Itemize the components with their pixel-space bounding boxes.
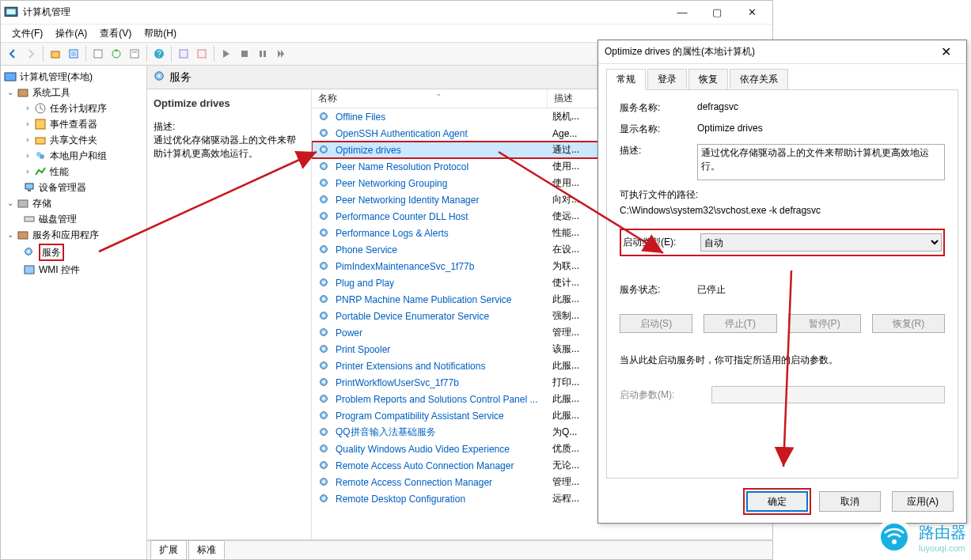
- gear-icon: [23, 246, 36, 259]
- value-description[interactable]: 通过优化存储驱动器上的文件来帮助计算机更高效地运行。: [697, 144, 945, 180]
- svg-rect-19: [36, 119, 45, 129]
- help-button[interactable]: ?: [150, 45, 168, 62]
- watermark: 路由器 luyouqi.com: [876, 519, 966, 555]
- service-name: PrintWorkflowUserSvc_1f77b: [336, 377, 552, 388]
- service-name: QQ拼音输入法基础服务: [336, 426, 552, 439]
- tb-extra2[interactable]: [193, 45, 211, 62]
- service-name: Remote Desktop Configuration: [336, 494, 552, 505]
- refresh-button[interactable]: [108, 45, 125, 62]
- tree-task-scheduler[interactable]: ›任务计划程序: [2, 100, 145, 116]
- tab-recovery[interactable]: 恢复: [688, 69, 728, 90]
- tree-device-manager[interactable]: 设备管理器: [2, 180, 145, 195]
- label-startup-type: 启动类型(E):: [623, 236, 700, 249]
- gear-icon: [318, 194, 331, 206]
- up-button[interactable]: [47, 45, 64, 62]
- svg-rect-24: [28, 190, 31, 191]
- service-detail-pane: Optimize drives 描述: 通过优化存储驱动器上的文件来帮助计算机更…: [147, 89, 311, 539]
- svg-rect-20: [36, 138, 45, 144]
- menu-view[interactable]: 查看(V): [93, 25, 138, 42]
- svg-point-84: [881, 524, 908, 551]
- dialog-titlebar: Optimize drives 的属性(本地计算机) ✕: [598, 40, 966, 64]
- dialog-tabs: 常规 登录 恢复 依存关系: [598, 64, 966, 90]
- gear-icon: [318, 127, 331, 140]
- value-service-state: 已停止: [697, 283, 726, 297]
- close-button[interactable]: ✕: [734, 2, 769, 24]
- apply-button[interactable]: 应用(A): [892, 491, 954, 512]
- tree-services-apps[interactable]: ⌄服务和应用程序: [2, 227, 145, 243]
- navigation-tree[interactable]: 计算机管理(本地) ⌄系统工具 ›任务计划程序 ›事件查看器 ›共享文件夹 ›本…: [1, 66, 147, 559]
- tree-shared-folders[interactable]: ›共享文件夹: [2, 132, 145, 148]
- minimize-button[interactable]: —: [665, 2, 700, 24]
- service-name: Power: [336, 327, 552, 339]
- tree-event-viewer[interactable]: ›事件查看器: [2, 116, 145, 132]
- svg-point-70: [322, 414, 325, 417]
- tree-services[interactable]: 服务: [2, 243, 145, 262]
- svg-point-29: [27, 250, 30, 253]
- export-button[interactable]: [89, 45, 107, 62]
- back-button[interactable]: [4, 45, 21, 62]
- tree-storage[interactable]: ⌄存储: [2, 195, 145, 211]
- startup-type-select[interactable]: 自动: [700, 233, 942, 252]
- svg-point-72: [322, 430, 325, 433]
- cancel-button[interactable]: 取消: [819, 491, 881, 512]
- tree-local-users[interactable]: ›本地用户和组: [2, 148, 145, 164]
- tab-general[interactable]: 常规: [606, 69, 646, 90]
- svg-rect-23: [25, 184, 33, 189]
- menu-help[interactable]: 帮助(H): [138, 25, 183, 42]
- svg-rect-5: [94, 50, 102, 58]
- dialog-close-button[interactable]: ✕: [931, 43, 960, 62]
- restart-button[interactable]: [272, 45, 290, 62]
- tab-standard[interactable]: 标准: [188, 540, 225, 559]
- startup-note: 当从此处启动服务时，你可指定所适用的启动参数。: [620, 354, 945, 367]
- svg-point-36: [322, 131, 325, 134]
- menu-file[interactable]: 文件(F): [6, 25, 49, 42]
- tab-logon[interactable]: 登录: [647, 69, 687, 90]
- svg-rect-14: [260, 51, 262, 57]
- window-controls: — ▢ ✕: [665, 2, 769, 24]
- service-name: Printer Extensions and Notifications: [336, 361, 552, 372]
- tb-extra1[interactable]: [175, 45, 192, 62]
- stop-button[interactable]: 停止(T): [704, 314, 776, 333]
- svg-rect-30: [25, 266, 34, 274]
- label-exe-path: 可执行文件的路径:: [620, 188, 945, 202]
- properties-button[interactable]: [126, 45, 143, 62]
- label-service-name: 服务名称:: [620, 101, 697, 115]
- tree-root[interactable]: 计算机管理(本地): [2, 69, 145, 85]
- svg-rect-13: [241, 51, 248, 57]
- service-name: Program Compatibility Assistant Service: [336, 411, 552, 422]
- tree-wmi[interactable]: WMI 控件: [2, 262, 145, 278]
- svg-rect-2: [51, 51, 59, 58]
- stop-button[interactable]: [236, 45, 253, 62]
- menu-action[interactable]: 操作(A): [49, 25, 93, 42]
- svg-point-74: [322, 447, 325, 450]
- resume-button[interactable]: 恢复(R): [872, 314, 945, 333]
- forward-button[interactable]: [22, 45, 40, 62]
- svg-point-58: [322, 314, 325, 317]
- pause-button[interactable]: [254, 45, 271, 62]
- gear-icon: [318, 244, 331, 256]
- router-icon: [876, 519, 912, 555]
- startup-type-row: 启动类型(E): 自动: [620, 229, 945, 256]
- pause-button[interactable]: 暂停(P): [788, 314, 861, 333]
- svg-rect-26: [25, 217, 34, 221]
- maximize-button[interactable]: ▢: [700, 2, 734, 24]
- dialog-body: 服务名称:defragsvc 显示名称:Optimize drives 描述:通…: [606, 89, 958, 479]
- dialog-buttons: 确定 取消 应用(A): [598, 485, 966, 523]
- start-button[interactable]: 启动(S): [620, 314, 692, 333]
- column-name[interactable]: 名称ˆ: [312, 89, 548, 108]
- tab-dependencies[interactable]: 依存关系: [730, 69, 788, 90]
- tree-disk-management[interactable]: 磁盘管理: [2, 211, 145, 227]
- tab-extended[interactable]: 扩展: [150, 540, 187, 559]
- watermark-text: 路由器: [919, 522, 966, 543]
- tree-performance[interactable]: ›性能: [2, 164, 145, 180]
- app-icon: [4, 6, 18, 20]
- show-hide-button[interactable]: [65, 45, 82, 62]
- desc-label: 描述:: [154, 120, 305, 134]
- gear-icon: [318, 343, 331, 356]
- service-name: Remote Access Auto Connection Manager: [336, 460, 552, 471]
- gear-icon: [318, 293, 331, 306]
- play-button[interactable]: [218, 45, 235, 62]
- svg-point-38: [322, 148, 325, 151]
- ok-button[interactable]: 确定: [746, 491, 808, 512]
- tree-system-tools[interactable]: ⌄系统工具: [2, 85, 145, 100]
